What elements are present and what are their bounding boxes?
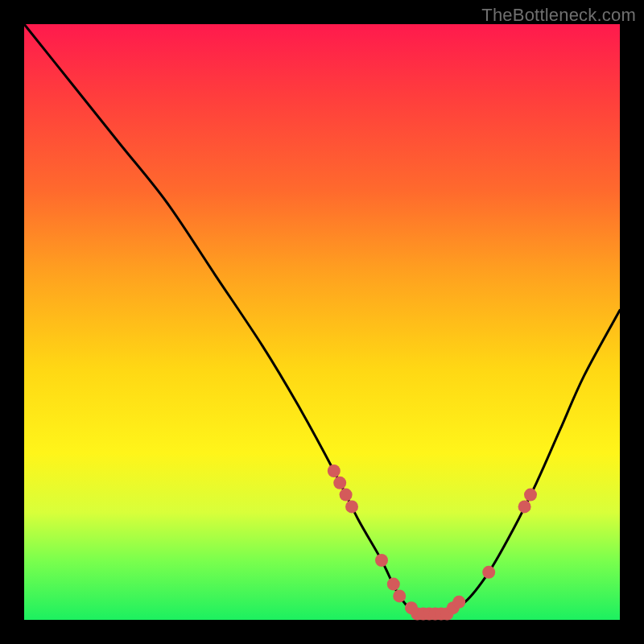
curve-marker [393,589,406,602]
curve-marker [333,477,346,489]
curve-marker [518,500,531,513]
curve-layer [24,24,620,620]
plot-area [24,24,620,620]
curve-marker [375,554,388,567]
curve-marker [340,489,353,502]
curve-marker [328,464,341,477]
curve-marker [345,500,358,513]
curve-marker [482,566,495,579]
curve-marker [452,596,465,609]
watermark-label: TheBottleneck.com [481,5,636,26]
curve-marker [524,489,537,502]
curve-marker [387,578,400,591]
bottleneck-curve [24,24,620,616]
chart-frame: TheBottleneck.com [0,0,644,644]
